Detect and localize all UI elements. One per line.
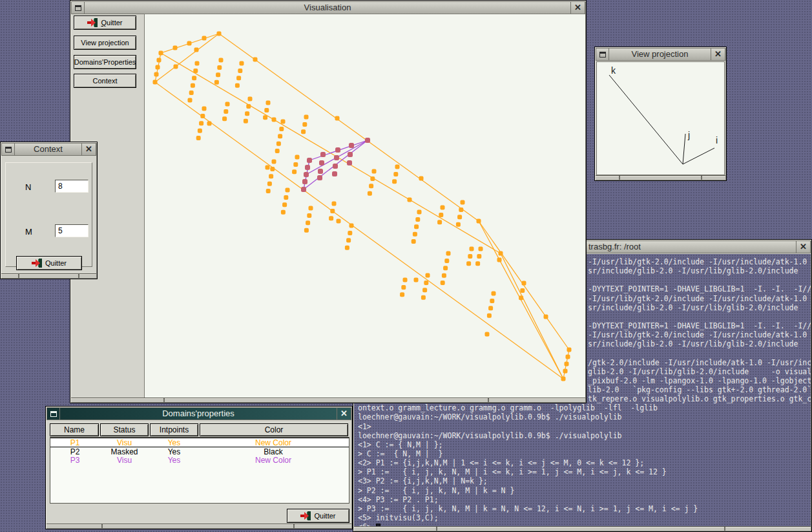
polyhedron-canvas[interactable] [144, 14, 586, 399]
svg-text:k: k [611, 65, 616, 76]
close-icon[interactable]: ✕ [711, 48, 725, 60]
m-label: M [25, 227, 32, 237]
cell-color: New Color [199, 439, 348, 447]
resize-tick [78, 274, 79, 278]
quitter-button[interactable]: Quitter [74, 16, 136, 30]
context-label: Context [93, 77, 118, 85]
quitter-label: Quitter [45, 259, 67, 267]
context-resize-bar[interactable] [1, 273, 96, 278]
terminal-line: > P1 := { i, j, k, N, M | i <= k, i >= 1… [358, 467, 811, 476]
table-row[interactable]: P3 Visu Yes New Color [50, 456, 349, 464]
terminal-line: -I/usr/lib/gtk-2.0/include -I/usr/includ… [588, 294, 811, 303]
cell-status: Masked [99, 448, 149, 456]
polyhedron-drawing [145, 14, 585, 399]
terminal-output-session: ontext.o gramm_lecture.o grammg.o gramm.… [358, 403, 811, 526]
domains-titlebar[interactable]: Domains'properties ✕ [47, 407, 351, 420]
cell-intpoints: Yes [149, 439, 199, 447]
domains-properties-window: Domains'properties ✕ Name Status Intpoin… [45, 406, 353, 529]
terminal-line: loechner@gauvain:~/WORK/visualpolylib.0.… [358, 412, 811, 421]
close-icon[interactable]: ✕ [570, 2, 585, 14]
table-row[interactable]: P1 Visu Yes New Color [50, 438, 349, 447]
terminal-line: sr/include/glib-2.0 -I/usr/lib/glib-2.0/… [588, 266, 811, 275]
cell-name: P2 [50, 448, 99, 456]
terminal-line: <1> [358, 422, 811, 431]
cell-color: New Color [199, 456, 348, 464]
terminal-line: sr/include/glib-2.0 -I/usr/lib/glib-2.0/… [588, 339, 811, 348]
cell-status: Visu [99, 456, 149, 464]
domains-properties-button[interactable]: Domains'Properties [74, 55, 136, 69]
terminal-line: > P2 := { i, j, k, N, M | k = N } [358, 486, 811, 495]
projection-axes-canvas[interactable]: kji [596, 61, 725, 175]
view-projection-resize-bar[interactable] [596, 175, 725, 180]
terminal-line: > C := { N, M | } [358, 449, 811, 458]
window-menu-icon[interactable] [2, 144, 15, 155]
column-header-status[interactable]: Status [100, 423, 149, 436]
terminal-resize-bar[interactable] [354, 526, 811, 531]
visualisation-title: Visualisation [85, 2, 570, 14]
resize-tick [701, 176, 702, 180]
visualisation-titlebar[interactable]: Visualisation ✕ [71, 1, 585, 14]
m-field[interactable] [55, 224, 88, 237]
quitter-button[interactable]: Quitter [287, 509, 349, 523]
domains-resize-bar[interactable] [47, 524, 351, 528]
quitter-button[interactable]: Quitter [16, 256, 82, 270]
window-menu-icon[interactable] [72, 2, 85, 14]
terminal-line: lib-2.0 `pkg-config --libs gtk+-2.0 gthr… [588, 385, 811, 394]
n-label: N [25, 182, 31, 192]
terminal-line: /gtk-2.0/include -I/usr/include/atk-1.0 … [588, 358, 811, 367]
n-field[interactable] [55, 180, 88, 193]
terminal-line [588, 312, 811, 321]
domains-title: Domains'properties [60, 408, 337, 420]
projection-axes-drawing: kji [597, 62, 724, 175]
main-resize-bar[interactable] [71, 398, 585, 402]
cell-intpoints: Yes [149, 448, 199, 456]
terminal-line: -I/usr/lib/gtk-2.0/include -I/usr/includ… [588, 257, 811, 266]
terminal-line: -I/usr/lib/gtk-2.0/include -I/usr/includ… [588, 330, 811, 339]
context-window: Context ✕ N M Quitter [0, 142, 98, 279]
close-icon[interactable]: ✕ [337, 408, 351, 420]
desktop: { "colors":{ "desktop":"#67678a","window… [0, 0, 812, 532]
svg-text:j: j [687, 130, 690, 140]
exit-door-icon [300, 511, 311, 520]
domains-table: P1 Visu Yes New Color P2 Masked Yes Blac… [50, 437, 349, 504]
domains-properties-label: Domains'Properties [74, 58, 136, 66]
column-header-name[interactable]: Name [50, 423, 99, 436]
table-header-row: Name Status Intpoints Color [50, 423, 348, 436]
cell-intpoints: Yes [149, 456, 199, 464]
terminal-line: <2> P1 := {i,j,k,N,M | 1 <= i <= k, i <=… [358, 458, 811, 467]
terminal-line: ontext.o gramm_lecture.o grammg.o gramm.… [358, 403, 811, 412]
terminal-line: sr/include/glib-2.0 -I/usr/lib/glib-2.0/… [588, 303, 811, 312]
resize-tick [18, 274, 19, 278]
exit-door-icon [32, 259, 43, 268]
resize-tick [724, 527, 725, 531]
view-projection-window: View projection ✕ kji [594, 47, 727, 181]
svg-text:i: i [716, 135, 718, 145]
terminal-line: tk_repere.o visualpolylib.o gtk_properti… [588, 394, 811, 403]
window-menu-icon[interactable] [47, 408, 60, 420]
close-icon[interactable]: ✕ [81, 144, 96, 155]
cell-color: Black [199, 448, 348, 456]
visualisation-window: Visualisation ✕ Quitter View projection … [70, 0, 587, 403]
terminal-line: > P3 := { i, j, k, N, M | k = N, N <= 12… [358, 504, 811, 513]
terminal-line [588, 275, 811, 284]
quitter-label: Quitter [314, 512, 335, 520]
resize-tick [163, 398, 165, 402]
terminal-line: _pixbuf-2.0 -lm -lpangox-1.0 -lpango-1.0… [588, 376, 811, 385]
context-title: Context [15, 144, 81, 155]
table-row[interactable]: P2 Masked Yes Black [50, 447, 349, 456]
close-icon[interactable]: ✕ [796, 241, 810, 253]
cell-name: P3 [50, 456, 99, 464]
context-button[interactable]: Context [74, 74, 136, 88]
context-titlebar[interactable]: Context ✕ [1, 143, 96, 156]
column-header-intpoints[interactable]: Intpoints [150, 423, 198, 436]
column-header-color[interactable]: Color [200, 423, 348, 436]
resize-tick [488, 398, 489, 402]
terminal-line: glib-2.0 -I/usr/lib/glib-2.0/include -o … [588, 367, 811, 376]
terminal-line: <1> C := { N,M | }; [358, 440, 811, 449]
resize-tick [101, 524, 103, 528]
view-projection-button[interactable]: View projection [74, 36, 136, 50]
view-projection-titlebar[interactable]: View projection ✕ [596, 48, 725, 61]
cell-status: Visu [99, 439, 149, 447]
window-menu-icon[interactable] [596, 48, 609, 60]
resize-tick [436, 527, 437, 531]
